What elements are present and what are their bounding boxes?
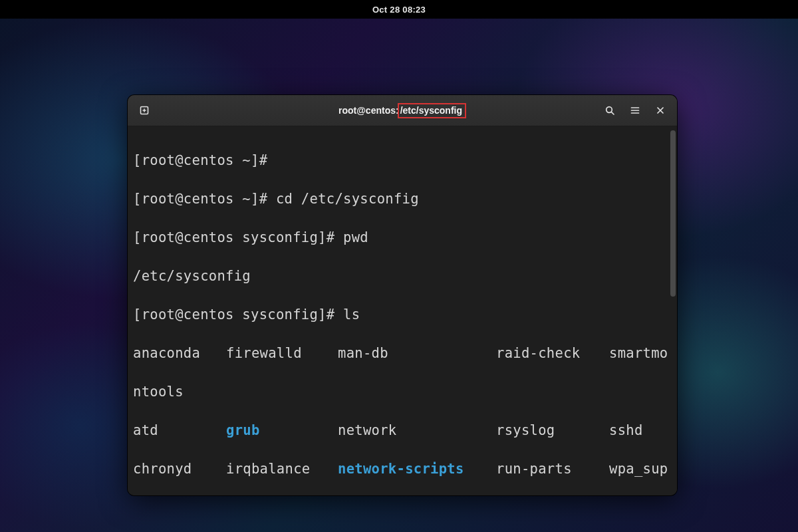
cmd-cd: cd /etc/sysconfig (267, 191, 419, 207)
terminal-titlebar[interactable]: root@centos:/etc/sysconfig (128, 95, 677, 126)
prompt: [root@centos sysconfig]# (133, 307, 334, 323)
title-path-highlight: /etc/sysconfig (398, 103, 466, 118)
ls-item: rsyslog (496, 421, 609, 440)
title-prefix: root@centos: (338, 105, 399, 116)
ls-item: atd (133, 421, 226, 440)
terminal-output: [root@centos ~]# [root@centos ~]# cd /et… (133, 132, 673, 495)
prompt: [root@centos ~]# (133, 191, 267, 207)
search-icon (604, 105, 615, 116)
hamburger-icon (630, 105, 640, 116)
ls-item: network (338, 421, 496, 440)
pwd-output: /etc/sysconfig (133, 268, 251, 284)
close-icon (656, 106, 665, 115)
ls-item: raid-check (496, 344, 609, 363)
ls-row: atdgrubnetworkrsyslogsshd (133, 421, 673, 440)
terminal-window: root@centos:/etc/sysconfig (128, 95, 677, 495)
ls-item: smartmo (609, 344, 673, 363)
ls-item-dir: network-scripts (338, 460, 496, 479)
terminal-body[interactable]: [root@centos ~]# [root@centos ~]# cd /et… (128, 126, 677, 495)
topbar-datetime: Oct 28 08:23 (372, 5, 426, 15)
ls-row: chronydirqbalancenetwork-scriptsrun-part… (133, 460, 673, 479)
ls-item-dir: grub (226, 421, 338, 440)
ls-item: run-parts (496, 460, 609, 479)
ls-item: sshd (609, 421, 673, 440)
menu-button[interactable] (624, 99, 646, 122)
svg-line-4 (611, 112, 614, 114)
prompt: [root@centos sysconfig]# (133, 229, 334, 245)
cmd-ls: ls (334, 307, 360, 323)
scrollbar-thumb[interactable] (670, 130, 676, 297)
cmd-pwd: pwd (334, 229, 368, 245)
ls-item: wpa_sup (609, 460, 673, 479)
gnome-topbar[interactable]: Oct 28 08:23 (0, 0, 798, 19)
ls-item-wrap: ntools (133, 384, 184, 400)
prompt: [root@centos ~]# (133, 152, 267, 168)
ls-item: firewalld (226, 344, 338, 363)
ls-item: man-db (338, 344, 496, 363)
ls-item: irqbalance (226, 460, 338, 479)
new-tab-icon (139, 105, 150, 116)
ls-item: chronyd (133, 460, 226, 479)
new-tab-button[interactable] (133, 99, 156, 122)
search-button[interactable] (598, 99, 621, 122)
ls-item: anaconda (133, 344, 226, 363)
window-title: root@centos:/etc/sysconfig (128, 103, 677, 118)
ls-row: anacondafirewalldman-dbraid-checksmartmo (133, 344, 673, 363)
close-button[interactable] (649, 99, 672, 122)
desktop-background: Oct 28 08:23 root@centos:/etc/sysconfig (0, 0, 798, 532)
